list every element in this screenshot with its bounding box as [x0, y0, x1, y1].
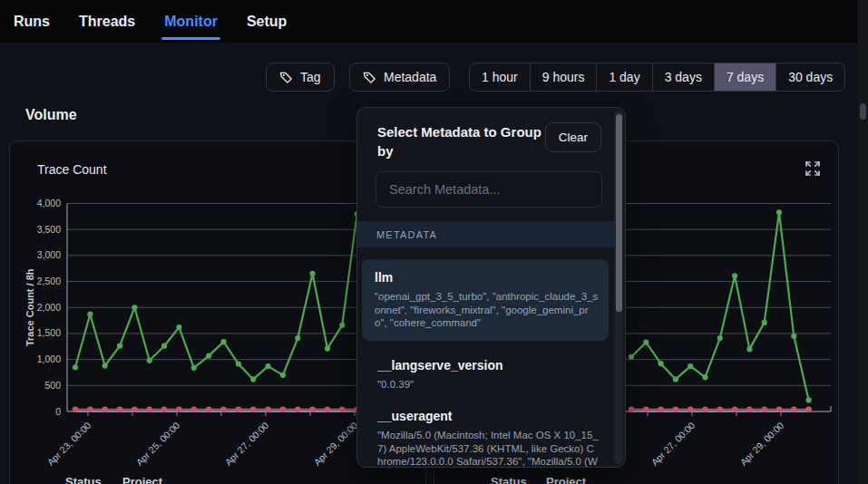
metadata-item-__langserve_version[interactable]: __langserve_version"0.0.39" [363, 358, 609, 392]
svg-text:4,000: 4,000 [37, 198, 61, 208]
metadata-button-label: Metadata [384, 70, 436, 84]
project-selector-right[interactable]: Project [546, 475, 586, 484]
status-selector-right[interactable]: Status [491, 475, 527, 484]
metadata-group-dropdown: Select Metadata to Group by Clear METADA… [356, 107, 626, 468]
tab-setup[interactable]: Setup [244, 0, 289, 43]
svg-text:1,500: 1,500 [37, 327, 61, 338]
metadata-values: "Mozilla/5.0 (Macintosh; Intel Mac OS X … [377, 429, 600, 468]
clear-button[interactable]: Clear [545, 122, 601, 152]
svg-text:Apr 27, 00:00: Apr 27, 00:00 [222, 420, 270, 468]
svg-text:2,000: 2,000 [37, 302, 61, 313]
tab-monitor[interactable]: Monitor [161, 0, 220, 43]
svg-text:500: 500 [44, 380, 61, 391]
svg-text:0: 0 [55, 406, 61, 417]
section-title-volume: Volume [25, 107, 77, 123]
dropdown-title: Select Metadata to Group by [377, 122, 545, 160]
svg-text:Apr 23, 00:00: Apr 23, 00:00 [44, 420, 93, 468]
expand-icon[interactable] [804, 160, 822, 178]
tag-button-label: Tag [300, 70, 321, 84]
svg-text:Apr 29, 00:00: Apr 29, 00:00 [737, 420, 785, 468]
svg-text:2,500: 2,500 [37, 276, 61, 286]
metadata-key: llm [375, 270, 600, 285]
chart-title: Trace Count [37, 162, 107, 177]
svg-text:Trace Count / 8h: Trace Count / 8h [24, 268, 35, 346]
page-scrollbar-track[interactable] [857, 0, 868, 484]
tab-threads[interactable]: Threads [76, 0, 138, 43]
range-30-days[interactable]: 30 days [775, 63, 844, 91]
range-1-day[interactable]: 1 day [596, 63, 651, 91]
metadata-values: "openai_gpt_3_5_turbo", "anthropic_claud… [375, 290, 600, 330]
metadata-list: llm"openai_gpt_3_5_turbo", "anthropic_cl… [357, 247, 625, 468]
time-range-selector: 1 hour9 hours1 day3 days7 days30 days [469, 63, 845, 92]
metadata-filter-button[interactable]: Metadata [349, 63, 450, 92]
dropdown-scrollbar-track[interactable] [614, 111, 623, 464]
metadata-section-header: METADATA [357, 221, 614, 247]
dropdown-header: Select Metadata to Group by Clear [357, 108, 625, 160]
metadata-key: __langserve_version [377, 358, 600, 373]
tag-icon [279, 71, 293, 84]
page-scrollbar-thumb[interactable] [860, 103, 866, 120]
metadata-item-content: __langserve_version"0.0.39" [363, 358, 609, 392]
metadata-item-content: __useragent"Mozilla/5.0 (Macintosh; Inte… [363, 409, 609, 468]
svg-text:1,000: 1,000 [37, 353, 61, 364]
svg-text:Apr 27, 00:00: Apr 27, 00:00 [649, 420, 697, 468]
tag-filter-button[interactable]: Tag [266, 63, 335, 92]
metadata-item-__useragent[interactable]: __useragent"Mozilla/5.0 (Macintosh; Inte… [363, 409, 609, 468]
svg-text:3,000: 3,000 [37, 249, 61, 260]
search-metadata-input[interactable] [375, 171, 602, 208]
metadata-item-content: llm"openai_gpt_3_5_turbo", "anthropic_cl… [362, 259, 609, 341]
project-selector-left[interactable]: Project [122, 475, 162, 484]
range-1-hour[interactable]: 1 hour [470, 63, 530, 91]
metadata-values: "0.0.39" [377, 378, 600, 392]
range-9-hours[interactable]: 9 hours [530, 63, 597, 91]
dropdown-scrollbar-thumb[interactable] [616, 114, 622, 312]
range-3-days[interactable]: 3 days [652, 63, 714, 91]
tab-runs[interactable]: Runs [11, 0, 53, 43]
metadata-key: __useragent [377, 409, 600, 423]
range-7-days[interactable]: 7 days [714, 63, 775, 91]
tag-icon [363, 71, 376, 84]
metadata-item-llm[interactable]: llm"openai_gpt_3_5_turbo", "anthropic_cl… [363, 259, 609, 341]
top-nav: RunsThreadsMonitorSetup [0, 0, 868, 43]
status-selector-left[interactable]: Status [65, 475, 102, 484]
svg-text:3,500: 3,500 [37, 224, 61, 235]
svg-text:Apr 29, 00:00: Apr 29, 00:00 [311, 420, 359, 468]
svg-text:Apr 25, 00:00: Apr 25, 00:00 [133, 420, 181, 468]
